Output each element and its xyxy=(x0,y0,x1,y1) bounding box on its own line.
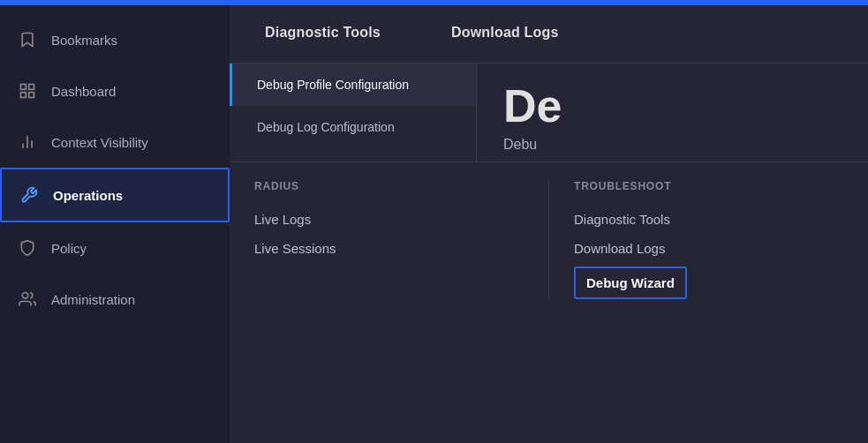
sidebar-item-administration[interactable]: Administration xyxy=(0,274,230,325)
sidebar-item-bookmarks[interactable]: Bookmarks xyxy=(0,14,230,65)
right-big-text: De xyxy=(503,72,842,131)
diagnostic-tools-link[interactable]: Diagnostic Tools xyxy=(574,205,843,234)
bottom-section: RADIUS Live Logs Live Sessions Troublesh… xyxy=(230,161,868,317)
live-logs-link[interactable]: Live Logs xyxy=(254,205,524,234)
bookmark-icon xyxy=(18,30,37,49)
sidebar-item-context-visibility[interactable]: Context Visibility xyxy=(0,116,230,168)
sidebar: Bookmarks Dashboard Context Visibility xyxy=(0,5,230,443)
sidebar-item-dashboard[interactable]: Dashboard xyxy=(0,65,230,116)
top-tabs: Diagnostic Tools Download Logs xyxy=(230,5,868,64)
sidebar-item-dashboard-label: Dashboard xyxy=(51,84,116,99)
sidebar-item-administration-label: Administration xyxy=(51,292,135,307)
sidebar-item-operations-label: Operations xyxy=(53,188,123,203)
debug-wizard-link[interactable]: Debug Wizard xyxy=(574,267,687,299)
dropdown-item-debug-log[interactable]: Debug Log Configuration xyxy=(230,106,476,148)
tab-diagnostic-tools[interactable]: Diagnostic Tools xyxy=(230,5,416,63)
sidebar-item-bookmarks-label: Bookmarks xyxy=(51,33,117,48)
dropdown-item-debug-profile[interactable]: Debug Profile Configuration xyxy=(230,64,476,106)
dropdown-panel: Debug Profile Configuration Debug Log Co… xyxy=(230,64,868,161)
svg-point-7 xyxy=(22,293,28,299)
sidebar-item-policy[interactable]: Policy xyxy=(0,222,230,274)
dropdown-left-column: Debug Profile Configuration Debug Log Co… xyxy=(230,64,477,161)
download-logs-link[interactable]: Download Logs xyxy=(574,234,843,263)
radius-header: RADIUS xyxy=(254,180,524,192)
right-sub-text: Debu xyxy=(503,131,842,153)
radius-column: RADIUS Live Logs Live Sessions xyxy=(230,180,548,299)
dropdown-right-column: De Debu xyxy=(477,64,868,161)
context-visibility-icon xyxy=(18,132,37,152)
administration-icon xyxy=(18,289,37,309)
sidebar-item-operations[interactable]: Operations xyxy=(0,168,230,222)
svg-rect-2 xyxy=(21,93,26,98)
troubleshoot-column: Troubleshoot Diagnostic Tools Download L… xyxy=(549,180,868,299)
policy-icon xyxy=(18,238,37,258)
svg-rect-3 xyxy=(29,93,34,98)
tab-download-logs[interactable]: Download Logs xyxy=(416,5,594,63)
operations-icon xyxy=(19,185,39,205)
dashboard-icon xyxy=(18,81,37,101)
sidebar-item-policy-label: Policy xyxy=(51,241,87,256)
sidebar-item-context-visibility-label: Context Visibility xyxy=(51,135,148,150)
live-sessions-link[interactable]: Live Sessions xyxy=(254,234,524,263)
svg-rect-1 xyxy=(29,85,34,90)
content-area: Diagnostic Tools Download Logs Debug Pro… xyxy=(230,5,868,443)
troubleshoot-header: Troubleshoot xyxy=(574,180,843,192)
svg-rect-0 xyxy=(21,85,26,90)
